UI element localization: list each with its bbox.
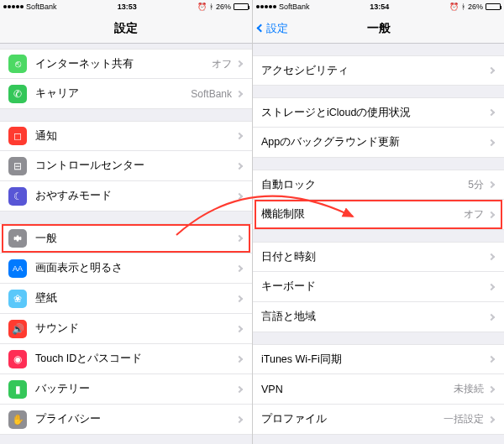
row-label: アクセシビリティ (261, 64, 489, 78)
page-title: 設定 (114, 21, 138, 36)
row-detail: オフ (212, 57, 232, 71)
chevron-right-icon (236, 264, 243, 271)
sound-icon: 🔊 (8, 320, 27, 338)
signal-dots-icon (256, 5, 276, 8)
row-label: 日付と時刻 (261, 250, 489, 264)
signal-dots-icon (3, 5, 24, 8)
battery-percent: 26% (216, 3, 231, 11)
chevron-right-icon (488, 415, 495, 422)
row-backgroundrefresh[interactable]: Appのバックグラウンド更新 (253, 128, 504, 158)
chevron-right-icon (236, 355, 243, 362)
phone-icon: ✆ (8, 85, 27, 103)
bluetooth-icon: ᚼ (209, 3, 213, 11)
row-profile[interactable]: プロファイル 一括設定 (253, 405, 504, 435)
chevron-right-icon (236, 133, 243, 139)
settings-list: ⎋ インターネット共有 オフ ✆ キャリア SoftBank ◻ 通知 ⊟ コン… (0, 44, 252, 444)
chevron-right-icon (236, 295, 243, 301)
row-carrier[interactable]: ✆ キャリア SoftBank (0, 79, 252, 109)
back-label: 設定 (266, 21, 288, 36)
chevron-right-icon (236, 325, 243, 332)
battery-icon: ▮ (8, 380, 27, 399)
chevron-right-icon (236, 192, 243, 199)
carrier-label: SoftBank (279, 3, 310, 11)
fingerprint-icon: ◉ (8, 350, 27, 368)
row-detail: 未接続 (454, 382, 484, 396)
link-icon: ⎋ (8, 55, 27, 73)
row-label: Appのバックグラウンド更新 (261, 135, 489, 149)
row-touchid[interactable]: ◉ Touch IDとパスコード (0, 344, 252, 374)
row-vpn[interactable]: VPN 未接続 (253, 374, 504, 405)
row-label: VPN (261, 384, 454, 395)
chevron-right-icon (488, 253, 495, 260)
display-icon: AA (8, 259, 27, 278)
row-label: 壁紙 (35, 291, 237, 306)
row-wallpaper[interactable]: ❀ 壁紙 (0, 284, 252, 314)
chevron-right-icon (488, 385, 495, 392)
carrier-label: SoftBank (26, 3, 57, 11)
row-detail: オフ (464, 207, 484, 222)
chevron-right-icon (236, 60, 243, 67)
screen-general: SoftBank 13:54 ⏰ ᚼ 26% 設定 一般 アクセシビリティ スト… (252, 0, 504, 444)
row-label: 自動ロック (261, 178, 468, 192)
row-label: おやすみモード (35, 189, 237, 203)
status-bar: SoftBank 13:53 ⏰ ᚼ 26% (0, 0, 252, 13)
row-sounds[interactable]: 🔊 サウンド (0, 314, 252, 344)
row-keyboard[interactable]: キーボード (253, 272, 504, 302)
chevron-right-icon (488, 181, 495, 188)
row-detail: 一括設定 (444, 412, 484, 426)
row-label: キーボード (261, 279, 489, 294)
clock: 13:53 (57, 3, 197, 11)
row-label: iTunes Wi-Fi同期 (261, 353, 489, 367)
chevron-right-icon (236, 235, 243, 242)
row-label: サウンド (35, 321, 237, 336)
row-privacy[interactable]: ✋ プライバシー (0, 405, 252, 435)
chevron-right-icon (488, 211, 495, 217)
battery-icon (234, 3, 249, 10)
row-label: 通知 (35, 129, 237, 144)
row-dnd[interactable]: ☾ おやすみモード (0, 181, 252, 212)
row-label: ストレージとiCloudの使用状況 (261, 106, 489, 120)
row-restrictions[interactable]: 機能制限 オフ (253, 200, 504, 230)
alarm-icon: ⏰ (449, 3, 459, 11)
row-datetime[interactable]: 日付と時刻 (253, 242, 504, 272)
row-label: 一般 (35, 232, 237, 246)
row-hotspot[interactable]: ⎋ インターネット共有 オフ (0, 49, 252, 79)
row-notifications[interactable]: ◻ 通知 (0, 121, 252, 151)
row-detail: 5分 (468, 178, 484, 192)
row-accessibility[interactable]: アクセシビリティ (253, 55, 504, 86)
status-bar: SoftBank 13:54 ⏰ ᚼ 26% (253, 0, 504, 13)
row-detail: SoftBank (191, 88, 232, 100)
row-ituneswifi[interactable]: iTunes Wi-Fi同期 (253, 344, 504, 374)
moon-icon: ☾ (8, 187, 27, 206)
chevron-right-icon (236, 415, 243, 422)
chevron-right-icon (488, 356, 495, 363)
row-label: バッテリー (35, 382, 237, 396)
navbar: 設定 (0, 13, 252, 44)
general-list: アクセシビリティ ストレージとiCloudの使用状況 Appのバックグラウンド更… (253, 44, 504, 444)
chevron-right-icon (488, 283, 495, 290)
battery-percent: 26% (468, 3, 483, 11)
screen-settings: SoftBank 13:53 ⏰ ᚼ 26% 設定 ⎋ インターネット共有 オフ… (0, 0, 252, 444)
row-language[interactable]: 言語と地域 (253, 302, 504, 332)
chevron-right-icon (488, 138, 495, 145)
clock: 13:54 (310, 3, 449, 11)
row-autolock[interactable]: 自動ロック 5分 (253, 170, 504, 200)
bluetooth-icon: ᚼ (461, 3, 465, 11)
row-display[interactable]: AA 画面表示と明るさ (0, 253, 252, 284)
notifications-icon: ◻ (8, 127, 27, 145)
row-battery[interactable]: ▮ バッテリー (0, 374, 252, 405)
controlcenter-icon: ⊟ (8, 157, 27, 175)
row-label: インターネット共有 (35, 57, 212, 71)
row-general[interactable]: 一般 (0, 223, 252, 253)
row-label: プロファイル (261, 412, 444, 426)
row-controlcenter[interactable]: ⊟ コントロールセンター (0, 151, 252, 181)
gear-icon (8, 229, 27, 248)
chevron-right-icon (236, 162, 243, 169)
row-storage[interactable]: ストレージとiCloudの使用状況 (253, 97, 504, 128)
chevron-right-icon (488, 109, 495, 116)
chevron-right-icon (488, 67, 495, 74)
row-label: 画面表示と明るさ (35, 261, 237, 275)
back-button[interactable]: 設定 (258, 13, 288, 43)
battery-icon (486, 3, 501, 10)
row-label: プライバシー (35, 412, 237, 426)
